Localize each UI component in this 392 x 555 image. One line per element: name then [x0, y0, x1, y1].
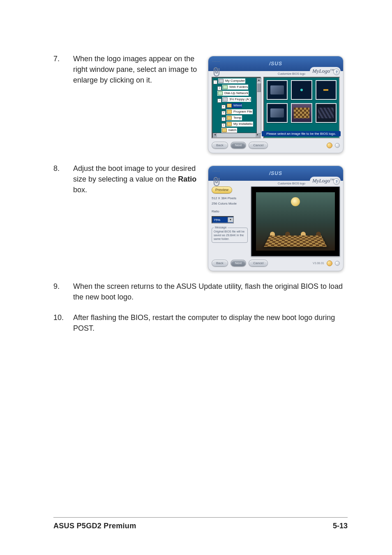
folder-icon — [227, 110, 232, 114]
step-text: When the logo images appear on the right… — [73, 53, 208, 85]
message-box: Message Original BIOS file will be saved… — [212, 228, 248, 243]
ratio-value: 75% — [212, 218, 228, 222]
tree-expander-icon[interactable]: + — [221, 105, 226, 109]
cancel-button[interactable]: Cancel — [249, 260, 268, 267]
tree-expander-icon[interactable]: + — [221, 117, 226, 121]
product-name: ASUS P5GD2 Premium — [53, 522, 136, 530]
next-button[interactable]: Next — [231, 142, 246, 149]
logo-thumbnail[interactable] — [291, 80, 312, 100]
step-number: 8. — [53, 163, 73, 174]
resize-grip-icon[interactable] — [335, 143, 340, 148]
tree-node[interactable]: My Computer — [218, 78, 245, 83]
window-banner: /SUS Customize BIOS logo MyLogoTM — [208, 56, 343, 71]
title-dots: ······ — [212, 60, 220, 63]
customize-label: Customize BIOS logo — [275, 71, 306, 75]
step-number: 10. — [53, 312, 73, 323]
tree-expander-icon[interactable]: − — [217, 99, 221, 103]
folder-icon — [222, 128, 227, 132]
side-panel: Preview 512 X 384 Pixels 256 Colors Mode… — [212, 187, 248, 256]
mylogo-window-select: /SUS Customize BIOS logo MyLogoTM ······… — [208, 56, 344, 153]
logo-thumbnail[interactable] — [291, 103, 312, 123]
folder-icon — [223, 85, 228, 89]
tree-expander-icon[interactable]: + — [217, 86, 221, 90]
asus-logo: /SUS — [269, 170, 282, 176]
ratio-label: Ratio — [212, 209, 248, 214]
tree-expander-icon[interactable]: − — [213, 80, 217, 84]
preview-image — [256, 192, 335, 250]
version-label: V3.08.01 — [313, 262, 324, 265]
preview-sun-icon — [291, 197, 300, 206]
scroll-thumb[interactable] — [257, 83, 261, 92]
step-number: 7. — [53, 53, 73, 64]
help-button[interactable]: ? — [333, 69, 340, 75]
step-text: When the screen returns to the ASUS Upda… — [73, 281, 348, 302]
scroll-up-icon[interactable]: ▲ — [257, 78, 261, 82]
tree-scrollbar-vertical[interactable]: ▲ — [256, 78, 261, 134]
network-icon — [218, 91, 223, 95]
resize-grip-icon[interactable] — [335, 261, 340, 266]
back-button[interactable]: Back — [212, 260, 228, 267]
tree-node[interactable]: Temp — [226, 115, 242, 120]
message-legend: Message — [214, 226, 228, 229]
step-number: 9. — [53, 281, 73, 292]
help-button[interactable]: ? — [333, 178, 340, 185]
pixel-size-label: 512 X 384 Pixels — [212, 196, 248, 200]
logo-thumbnail[interactable] — [316, 80, 337, 100]
page-number: 5-13 — [333, 522, 348, 530]
computer-icon — [219, 79, 224, 83]
title-dots: ······ — [212, 169, 220, 173]
folder-icon — [227, 104, 232, 108]
window-banner: /SUS Customize BIOS logo MyLogoTM — [208, 166, 343, 181]
mylogo-window-ratio: /SUS Customize BIOS logo MyLogoTM ······… — [208, 166, 344, 271]
tree-node[interactable]: 3½ Floppy (A:) — [222, 97, 251, 102]
tree-node[interactable]: Program File — [226, 109, 253, 114]
ratio-select[interactable]: 75% ▼ — [212, 216, 234, 223]
back-button[interactable]: Back — [212, 142, 228, 149]
status-indicator-icon — [327, 260, 332, 266]
tree-expander-icon[interactable]: + — [221, 111, 226, 115]
scroll-left-icon[interactable]: ◄ — [213, 133, 217, 137]
tree-node[interactable]: Dial-Up Network — [217, 91, 249, 96]
tree-expander-icon[interactable]: + — [221, 123, 226, 127]
next-button[interactable]: Next — [231, 260, 246, 267]
thumbnail-pane — [263, 77, 340, 138]
scroll-right-icon[interactable]: ► — [256, 133, 260, 137]
folder-icon — [227, 122, 232, 126]
logo-thumbnail[interactable] — [267, 103, 288, 123]
logo-thumbnail[interactable] — [267, 80, 288, 100]
instruction-bar: Please select an image file to be the BI… — [262, 131, 341, 136]
logo-preview — [251, 187, 340, 256]
drive-icon — [223, 97, 228, 101]
tree-node[interactable]: Web Folders — [222, 85, 248, 90]
tree-node[interactable]: batch — [221, 128, 237, 133]
tree-node[interactable]: My Installatio — [226, 122, 253, 127]
folder-icon — [227, 116, 232, 120]
tree-scrollbar-horizontal[interactable]: ◄► — [212, 133, 260, 138]
chessboard-icon — [264, 236, 327, 247]
folder-tree[interactable]: −My Computer +Web Folders Dial-Up Networ… — [212, 77, 261, 138]
dropdown-arrow-icon[interactable]: ▼ — [228, 217, 233, 222]
message-text: Original BIOS file will be saved as Z8.B… — [214, 230, 244, 240]
page-footer: ASUS P5GD2 Premium 5-13 — [53, 517, 348, 530]
cancel-button[interactable]: Cancel — [249, 142, 268, 149]
step-text: After flashing the BIOS, restart the com… — [73, 312, 348, 334]
color-mode-label: 256 Colors Mode — [212, 201, 248, 206]
tree-node-selected[interactable]: Winnt — [226, 103, 242, 108]
step-text: Adjust the boot image to your desired si… — [73, 163, 208, 195]
status-indicator-icon — [327, 143, 332, 148]
asus-logo: /SUS — [269, 61, 282, 67]
customize-label: Customize BIOS logo — [275, 181, 306, 185]
logo-thumbnail[interactable] — [316, 103, 337, 123]
paperclip-icon — [212, 176, 222, 188]
